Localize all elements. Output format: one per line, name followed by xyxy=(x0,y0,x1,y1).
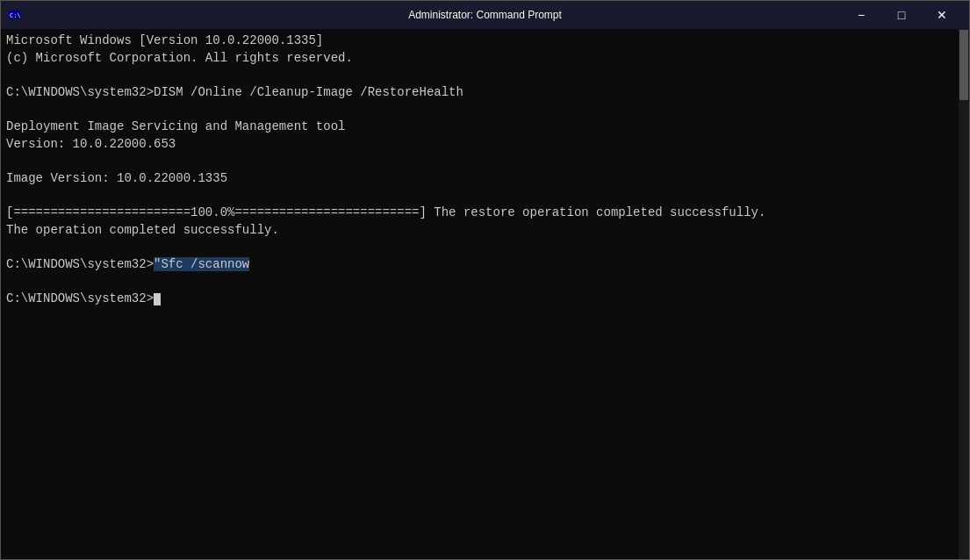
line-13 xyxy=(6,239,952,256)
line-3 xyxy=(6,67,952,84)
terminal-content: Microsoft Windows [Version 10.0.22000.13… xyxy=(6,32,964,308)
close-button[interactable]: ✕ xyxy=(922,1,962,29)
line-1: Microsoft Windows [Version 10.0.22000.13… xyxy=(6,32,952,50)
line-7: Version: 10.0.22000.653 xyxy=(6,136,952,154)
line-2: (c) Microsoft Corporation. All rights re… xyxy=(6,50,952,68)
line-14: C:\WINDOWS\system32>"Sfc /scannow xyxy=(6,256,952,274)
terminal-body[interactable]: Microsoft Windows [Version 10.0.22000.13… xyxy=(1,29,969,559)
minimize-button[interactable]: − xyxy=(841,1,881,29)
line-12: The operation completed successfully. xyxy=(6,222,952,240)
window-title: Administrator: Command Prompt xyxy=(408,9,562,21)
maximize-button[interactable]: □ xyxy=(881,1,922,29)
svg-text:C:\: C:\ xyxy=(10,12,21,19)
window-controls: − □ ✕ xyxy=(841,1,962,29)
cmd-window: C:\ Administrator: Command Prompt − □ ✕ … xyxy=(0,0,970,560)
scrollbar[interactable] xyxy=(959,29,969,559)
line-4: C:\WINDOWS\system32>DISM /Online /Cleanu… xyxy=(6,84,952,102)
line-9: Image Version: 10.0.22000.1335 xyxy=(6,170,952,188)
line-5 xyxy=(6,101,952,118)
line-15 xyxy=(6,273,952,291)
line-10 xyxy=(6,187,952,205)
cmd-icon: C:\ xyxy=(8,8,22,22)
line-8 xyxy=(6,153,952,170)
title-bar: C:\ Administrator: Command Prompt − □ ✕ xyxy=(1,1,969,29)
scrollbar-thumb[interactable] xyxy=(959,30,968,100)
line-6: Deployment Image Servicing and Managemen… xyxy=(6,118,952,136)
cursor xyxy=(154,293,161,305)
line-16: C:\WINDOWS\system32> xyxy=(6,291,952,308)
line-11: [========================100.0%=========… xyxy=(6,205,952,222)
